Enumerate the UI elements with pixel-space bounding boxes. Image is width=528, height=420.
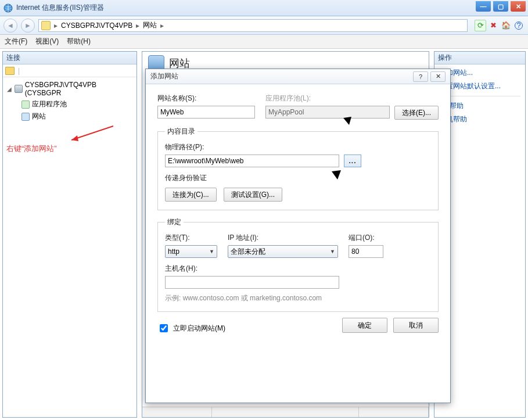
maximize-button[interactable]: ▢ xyxy=(493,1,508,12)
dialog-titlebar: 添加网站 ? ✕ xyxy=(146,69,450,84)
type-label: 类型(T): xyxy=(165,233,217,243)
chevron-down-icon: ▼ xyxy=(209,249,214,254)
connections-panel: 连接 | ◢ CYSBGPRJ\VTQ4VPB (CYSBGPR 应用程序池 网… xyxy=(2,51,137,418)
menu-file[interactable]: 文件(F) xyxy=(5,37,27,46)
connections-header: 连接 xyxy=(3,52,137,64)
content-dir-legend: 内容目录 xyxy=(165,127,197,137)
ip-select[interactable]: 全部未分配 ▼ xyxy=(228,245,338,258)
navigation-bar: ◄ ► ▸ CYSBGPRJ\VTQ4VPB ▸ 网站 ▸ ⟳ ✖ 🏠 ? xyxy=(0,16,528,35)
actions-header: 操作 xyxy=(434,52,525,64)
binding-legend: 绑定 xyxy=(165,217,184,227)
cancel-button[interactable]: 取消 xyxy=(393,318,439,333)
hostname-label: 主机名(H): xyxy=(165,264,431,274)
tree-sites[interactable]: 网站 xyxy=(6,110,133,123)
select-app-pool-button[interactable]: 选择(E)... xyxy=(394,106,439,120)
type-value: http xyxy=(168,247,179,256)
app-pool-icon xyxy=(21,100,30,109)
dialog-body: 网站名称(S): 应用程序池(L): 选择(E)... 内容目录 物理路径(P)… xyxy=(146,84,450,341)
forward-button[interactable]: ► xyxy=(21,19,35,33)
menu-help[interactable]: 帮助(H) xyxy=(67,37,91,46)
tree-app-pools[interactable]: 应用程序池 xyxy=(6,98,133,110)
add-website-dialog: 添加网站 ? ✕ 网站名称(S): 应用程序池(L): 选择(E)... 内容目… xyxy=(145,69,451,403)
content-dir-group: 内容目录 物理路径(P): ... 传递身份验证 连接为(C)... 测试设置(… xyxy=(157,127,439,210)
window-titlebar: Internet 信息服务(IIS)管理器 — ▢ ✕ xyxy=(0,0,528,16)
home-icon[interactable]: 🏠 xyxy=(500,20,512,31)
window-title: Internet 信息服务(IIS)管理器 xyxy=(16,3,104,13)
type-select[interactable]: http ▼ xyxy=(165,245,217,258)
app-pool-label: 应用程序池(L): xyxy=(265,94,439,103)
dialog-title: 添加网站 xyxy=(150,71,178,81)
site-name-label: 网站名称(S): xyxy=(157,94,255,103)
action-help-label: 帮助 xyxy=(450,102,464,110)
dialog-close-button[interactable]: ✕ xyxy=(430,71,446,82)
tree-server-label: CYSBGPRJ\VTQ4VPB (CYSBGPR xyxy=(25,81,133,97)
action-add-site[interactable]: 添加网站... xyxy=(439,68,520,78)
ok-button[interactable]: 确定 xyxy=(342,318,387,333)
window-controls: — ▢ ✕ xyxy=(476,1,526,12)
binding-group: 绑定 类型(T): http ▼ IP 地址(I): 全部未分配 ▼ xyxy=(157,217,439,312)
start-now-input[interactable] xyxy=(160,324,168,332)
tree-app-pools-label: 应用程序池 xyxy=(32,99,67,109)
breadcrumb[interactable]: ▸ CYSBGPRJ\VTQ4VPB ▸ 网站 ▸ xyxy=(38,19,468,32)
annotation-text: 右键“添加网站” xyxy=(3,141,137,156)
phys-path-input[interactable] xyxy=(165,155,339,167)
test-settings-button[interactable]: 测试设置(G)... xyxy=(224,188,282,202)
action-set-defaults[interactable]: 设置网站默认设置... xyxy=(439,81,520,91)
svg-marker-2 xyxy=(71,135,78,141)
folder-icon[interactable] xyxy=(5,67,15,75)
ip-label: IP 地址(I): xyxy=(228,233,338,243)
back-button[interactable]: ◄ xyxy=(3,19,17,33)
sites-icon xyxy=(21,113,30,121)
site-name-input[interactable] xyxy=(157,106,255,119)
tree-server[interactable]: ◢ CYSBGPRJ\VTQ4VPB (CYSBGPR xyxy=(6,80,133,98)
passthrough-auth-label: 传递身份验证 xyxy=(165,173,431,183)
dialog-footer: 确定 取消 xyxy=(342,318,439,333)
dialog-help-button[interactable]: ? xyxy=(413,71,428,82)
connections-tree: ◢ CYSBGPRJ\VTQ4VPB (CYSBGPR 应用程序池 网站 xyxy=(3,77,137,125)
hostname-input[interactable] xyxy=(165,276,339,289)
help-icon[interactable]: ? xyxy=(513,20,525,31)
status-bar xyxy=(142,407,429,417)
close-button[interactable]: ✕ xyxy=(511,1,526,12)
port-input[interactable] xyxy=(349,245,383,258)
breadcrumb-server: CYSBGPRJ\VTQ4VPB xyxy=(61,21,132,30)
folder-icon xyxy=(41,21,51,30)
chevron-down-icon: ▼ xyxy=(330,249,335,254)
minimize-button[interactable]: — xyxy=(476,1,491,12)
browse-button[interactable]: ... xyxy=(344,155,361,167)
breadcrumb-sites: 网站 xyxy=(143,20,157,30)
start-now-label: 立即启动网站(M) xyxy=(173,324,225,333)
connect-as-button[interactable]: 连接为(C)... xyxy=(165,188,217,202)
action-help[interactable]: ?帮助 xyxy=(439,101,520,111)
menu-bar: 文件(F) 视图(V) 帮助(H) xyxy=(0,35,528,49)
app-pool-input xyxy=(265,106,390,119)
expander-icon[interactable]: ◢ xyxy=(6,86,12,92)
iis-icon xyxy=(3,3,13,13)
hostname-example: 示例: www.contoso.com 或 marketing.contoso.… xyxy=(165,293,431,303)
tree-sites-label: 网站 xyxy=(32,112,46,121)
server-icon xyxy=(15,85,23,93)
port-label: 端口(O): xyxy=(349,233,383,243)
stop-icon[interactable]: ✖ xyxy=(487,20,499,31)
ip-value: 全部未分配 xyxy=(231,247,265,257)
connections-toolbar: | xyxy=(3,64,137,77)
menu-view[interactable]: 视图(V) xyxy=(35,37,59,46)
refresh-icon[interactable]: ⟳ xyxy=(475,20,486,31)
phys-path-label: 物理路径(P): xyxy=(165,142,431,152)
nav-tools: ⟳ ✖ 🏠 ? xyxy=(471,20,525,31)
action-online-help[interactable]: 联机帮助 xyxy=(439,114,520,124)
